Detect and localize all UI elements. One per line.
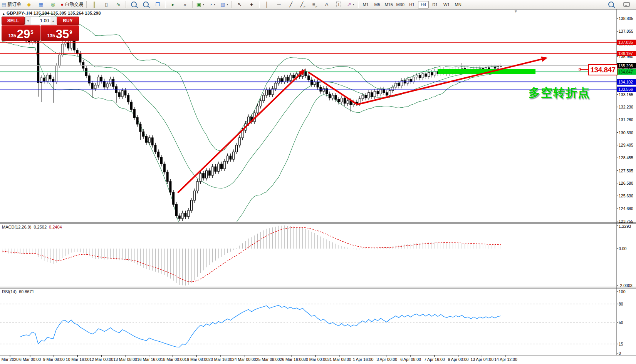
buy-price-display[interactable]: 135 35 9 [40,25,79,41]
crosshair-button[interactable]: + [246,0,257,9]
volume-decrease-icon[interactable]: ▼ [25,17,31,25]
horizontal-line-button[interactable]: ─ [273,0,285,9]
equidistant-channel-button[interactable]: ╱E [297,0,309,9]
candle-body [314,82,315,85]
candlestick-button[interactable]: ▯ [101,0,112,9]
timeframe-button-h1[interactable]: H1 [406,1,417,8]
chat-button[interactable] [621,0,632,9]
one-click-collapse-icon[interactable]: ▲ [2,12,5,16]
one-click-trading-panel: SELL ▼ 1.00 ▲ BUY 135 29 5 135 35 9 [2,17,79,41]
sell-price-sup: 5 [30,29,33,35]
candle-body [193,191,195,200]
time-axis-label: Mar 2020 [2,357,18,362]
timeframe-button-w1[interactable]: W1 [441,1,452,8]
chart-frame [0,9,636,364]
market-watch-button[interactable]: ▦ [35,0,47,9]
new-order-button[interactable]: ▤ 新订单 [0,0,23,9]
buy-price-prefix: 135 [47,33,55,38]
autotrading-button[interactable]: ● 自动交易 [59,0,85,9]
search-button[interactable] [605,0,617,9]
chart-shift-button[interactable]: » [179,0,191,9]
time-axis-label: 13 Mar 08:00 [113,357,137,362]
timeframe-button-m15[interactable]: M15 [383,1,394,8]
timeframe-button-d1[interactable]: D1 [430,1,440,8]
line-chart-button[interactable]: ∿ [112,0,124,9]
candle-body [266,90,268,95]
timeframe-button-m30[interactable]: M30 [395,1,406,8]
candle-body [284,77,285,82]
toolbar-separator [358,1,359,8]
zoom-in-button[interactable] [128,0,139,9]
text-button[interactable]: A [321,0,332,9]
timeframe-button-m5[interactable]: M5 [372,1,383,8]
favorites-icon: ◆ [27,2,31,7]
chart-shift-marker-icon[interactable]: ▼ [514,9,518,13]
price-tick-label: 128.455 [619,155,633,160]
candle-body [188,210,190,217]
bar-chart-button[interactable]: ║ [89,0,100,9]
new-chart-button[interactable]: ▣▾ [195,0,206,9]
period-clock-icon: ◔ [209,2,212,7]
auto-scroll-button[interactable]: ▸ [167,0,179,9]
candle-body [497,66,499,68]
navigator-button[interactable]: ◎ [47,0,59,9]
favorites-button[interactable]: ◆ [23,0,35,9]
time-axis-label: 20 Mar 16:00 [208,357,232,362]
candle-body [257,106,258,113]
cursor-button[interactable]: ↖ [234,0,245,9]
candle-body [176,204,178,216]
mt4-window: ▤ 新订单 ◆ ▦ ◎ ● 自动交易 ║ ▯ ∿ ❒ ▸ » ▣▾ ◔▾ ▧▾ … [0,0,636,364]
rsi-axis-label: 80 [619,302,623,306]
candle-body [410,79,412,82]
sell-button[interactable]: SELL [2,17,25,25]
candle-body [275,83,277,88]
arrows-button[interactable]: ↗▾ [345,0,356,9]
line-chart-icon: ∿ [116,2,121,7]
fibonacci-icon: ≡ [312,2,315,7]
sell-price-display[interactable]: 135 29 5 [2,25,40,41]
candle-body [329,94,331,98]
volume-value[interactable]: 1.00 [31,17,50,25]
candle-body [227,156,228,161]
fibonacci-button[interactable]: ≡F [309,0,321,9]
candle-body [362,95,364,99]
price-tag: 133.556 [617,87,636,92]
templates-button[interactable]: ▧▾ [218,0,230,9]
volume-stepper[interactable]: ▼ 1.00 ▲ [25,17,56,25]
price-annotation-box[interactable]: 134.847 [588,64,618,75]
candle-body [116,87,117,93]
candle-body [263,95,265,101]
chart-canvas[interactable] [0,0,636,364]
candle-body [431,72,433,75]
text-label-button[interactable]: T [333,0,344,9]
vertical-line-button[interactable]: │ [261,0,273,9]
trendline-button[interactable]: ╱ [285,0,297,9]
zoom-out-button[interactable] [140,0,151,9]
timeframe-button-mn[interactable]: MN [453,1,463,8]
chevron-down-icon: ▾ [214,3,215,6]
timeframe-button-h4[interactable]: H4 [418,1,429,8]
search-icon [608,2,614,7]
buy-button[interactable]: BUY [57,17,79,25]
candle-body [368,93,370,98]
toolbar-separator [126,1,126,8]
horizontal-line-icon: ─ [277,2,281,7]
turning-point-note[interactable]: 多空转折点 [529,85,590,101]
timeframe-button-m1[interactable]: M1 [360,1,371,8]
price-tick-label: 132.230 [619,105,633,109]
period-button[interactable]: ◔▾ [206,0,218,9]
trendline-icon: ╱ [289,2,292,7]
candle-body [146,136,148,142]
price-tag: 134.102 [617,79,636,85]
candle-body [380,89,382,94]
autotrading-icon: ● [60,2,64,7]
rsi-axis-label: 50 [619,320,623,325]
buy-price-sup: 9 [69,29,72,35]
vertical-line-icon: │ [265,2,268,7]
candle-body [79,53,81,62]
tile-windows-button[interactable]: ❒ [152,0,163,9]
time-axis-label: 6 Apr 08:00 [400,357,421,362]
candle-body [178,216,180,219]
volume-increase-icon[interactable]: ▲ [50,17,56,25]
new-chart-icon: ▣ [196,2,201,7]
